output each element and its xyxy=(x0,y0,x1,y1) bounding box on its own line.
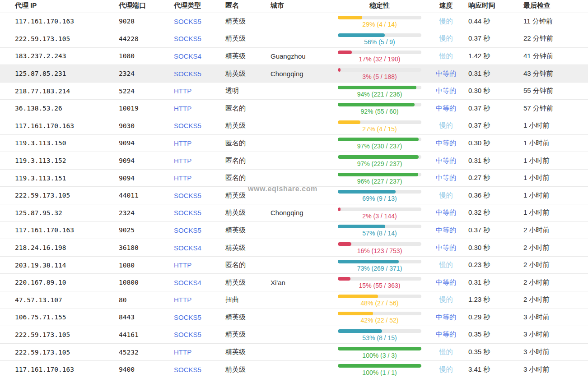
proxy-port-cell: 44011 xyxy=(104,187,159,204)
stability-label: 94% (221 / 236) xyxy=(338,91,421,98)
speed-cell: 慢的 xyxy=(421,361,462,378)
stability-label: 56% (5 / 9) xyxy=(338,38,421,46)
stability-bar-fill xyxy=(338,277,350,281)
city-cell: Xi'an xyxy=(256,274,323,291)
proxy-type-link[interactable]: SOCKS4 xyxy=(174,52,201,60)
last-check-cell: 2 小时前 xyxy=(517,221,588,239)
proxy-type-cell: HTTP xyxy=(159,169,210,187)
proxy-type-link[interactable]: SOCKS5 xyxy=(174,18,201,25)
stability-bar-track xyxy=(338,33,421,37)
last-check-cell: 11 分钟前 xyxy=(517,13,588,30)
proxy-type-cell: SOCKS5 xyxy=(159,204,210,222)
proxy-type-cell: SOCKS5 xyxy=(159,187,210,204)
proxy-ip-cell: 218.24.16.198 xyxy=(0,239,104,257)
proxy-ip-cell: 117.161.170.163 xyxy=(0,221,104,239)
proxy-type-link[interactable]: HTTP xyxy=(174,296,191,304)
proxy-ip-cell: 125.87.95.32 xyxy=(0,204,104,222)
city-cell xyxy=(256,134,323,152)
anonymity-cell: 精英级 xyxy=(210,326,256,344)
speed-label: 中等的 xyxy=(430,174,462,182)
proxy-type-cell: HTTP xyxy=(159,291,210,309)
stability-bar-fill xyxy=(338,295,378,298)
proxy-port-cell: 10019 xyxy=(104,100,159,117)
col-header-speed[interactable]: 速度 xyxy=(421,0,462,13)
stability-bar-track xyxy=(338,347,421,350)
proxy-type-cell: HTTP xyxy=(159,134,210,152)
proxy-type-link[interactable]: SOCKS5 xyxy=(174,35,201,42)
proxy-type-link[interactable]: SOCKS5 xyxy=(174,331,201,338)
proxy-type-link[interactable]: SOCKS5 xyxy=(174,366,201,373)
city-cell xyxy=(256,13,323,30)
response-time-cell: 0.30 秒 xyxy=(462,239,517,257)
col-header-response-time[interactable]: 响应时间 xyxy=(462,0,517,13)
stability-bar-track xyxy=(338,312,421,315)
proxy-ip-cell: 106.75.71.155 xyxy=(0,309,104,326)
proxy-port-cell: 1080 xyxy=(104,47,159,65)
proxy-port-cell: 2324 xyxy=(104,204,159,222)
proxy-type-link[interactable]: HTTP xyxy=(174,139,191,147)
city-cell: Guangzhou xyxy=(256,47,323,65)
proxy-port-cell: 2324 xyxy=(104,65,159,83)
response-time-cell: 0.32 秒 xyxy=(462,204,517,222)
col-header-last-check[interactable]: 最后检查 xyxy=(517,0,588,13)
speed-label: 慢的 xyxy=(430,365,462,374)
col-header-proxy-ip[interactable]: 代理 IP xyxy=(0,0,104,13)
anonymity-cell: 精英级 xyxy=(210,204,256,222)
col-header-stability[interactable]: 稳定性 xyxy=(323,0,421,13)
proxy-type-link[interactable]: HTTP xyxy=(174,174,191,182)
proxy-type-link[interactable]: HTTP xyxy=(174,348,191,356)
stability-bar-fill xyxy=(338,329,382,333)
stability-cell: 100% (3 / 3) xyxy=(323,343,421,361)
last-check-cell: 22 分钟前 xyxy=(517,30,588,48)
proxy-ip-cell: 117.161.170.163 xyxy=(0,361,104,378)
col-header-proxy-port[interactable]: 代理端口 xyxy=(104,0,159,13)
proxy-type-link[interactable]: HTTP xyxy=(174,261,191,269)
city-cell xyxy=(256,361,323,378)
proxy-port-cell: 5224 xyxy=(104,82,159,100)
stability-bar-track xyxy=(338,120,421,124)
proxy-ip-cell: 222.59.173.105 xyxy=(0,30,104,48)
anonymity-cell: 精英级 xyxy=(210,361,256,378)
col-header-anonymity[interactable]: 匿名 xyxy=(210,0,256,13)
proxy-port-cell: 9030 xyxy=(104,117,159,135)
speed-cell: 慢的 xyxy=(421,117,462,135)
proxy-type-link[interactable]: SOCKS5 xyxy=(174,70,201,78)
stability-label: 100% (1 / 1) xyxy=(338,369,421,376)
proxy-list-page: 代理 IP 代理端口 代理类型 匿名 城市 稳定性 速度 响应时间 最后检查 1… xyxy=(0,0,588,378)
proxy-type-link[interactable]: SOCKS4 xyxy=(174,244,201,252)
proxy-type-link[interactable]: SOCKS4 xyxy=(174,279,201,286)
col-header-proxy-type[interactable]: 代理类型 xyxy=(159,0,210,13)
proxy-type-link[interactable]: SOCKS5 xyxy=(174,226,201,234)
response-time-cell: 0.29 秒 xyxy=(462,309,517,326)
response-time-cell: 0.36 秒 xyxy=(462,187,517,204)
col-header-city[interactable]: 城市 xyxy=(256,0,323,13)
anonymity-cell: 精英级 xyxy=(210,221,256,239)
speed-cell: 中等的 xyxy=(421,100,462,117)
speed-label: 中等的 xyxy=(430,313,462,322)
last-check-cell: 2 小时前 xyxy=(517,256,588,274)
proxy-type-link[interactable]: HTTP xyxy=(174,157,191,165)
stability-cell: 42% (22 / 52) xyxy=(323,309,421,326)
city-cell xyxy=(256,117,323,135)
stability-bar-fill xyxy=(338,120,360,124)
proxy-type-cell: SOCKS5 xyxy=(159,309,210,326)
stability-cell: 92% (55 / 60) xyxy=(323,100,421,117)
proxy-type-link[interactable]: SOCKS5 xyxy=(174,313,201,321)
table-row: 47.57.13.107 80 HTTP 扭曲 48% (27 / 56) 慢的… xyxy=(0,291,588,309)
response-time-cell: 0.30 秒 xyxy=(462,134,517,152)
proxy-type-link[interactable]: SOCKS5 xyxy=(174,122,201,129)
last-check-cell: 3 小时前 xyxy=(517,309,588,326)
response-time-cell: 1.23 秒 xyxy=(462,291,517,309)
speed-label: 慢的 xyxy=(430,121,462,130)
proxy-type-link[interactable]: HTTP xyxy=(174,87,191,95)
speed-label: 慢的 xyxy=(430,261,462,269)
table-row: 183.237.2.243 1080 SOCKS4 精英级 Guangzhou … xyxy=(0,47,588,65)
stability-bar-track xyxy=(338,68,421,72)
last-check-cell: 43 分钟前 xyxy=(517,65,588,83)
proxy-type-link[interactable]: HTTP xyxy=(174,105,191,112)
city-cell: Chongqing xyxy=(256,65,323,83)
proxy-type-link[interactable]: SOCKS5 xyxy=(174,192,201,199)
proxy-ip-cell: 203.19.38.114 xyxy=(0,256,104,274)
proxy-type-link[interactable]: SOCKS5 xyxy=(174,209,201,217)
proxy-type-cell: HTTP xyxy=(159,100,210,117)
